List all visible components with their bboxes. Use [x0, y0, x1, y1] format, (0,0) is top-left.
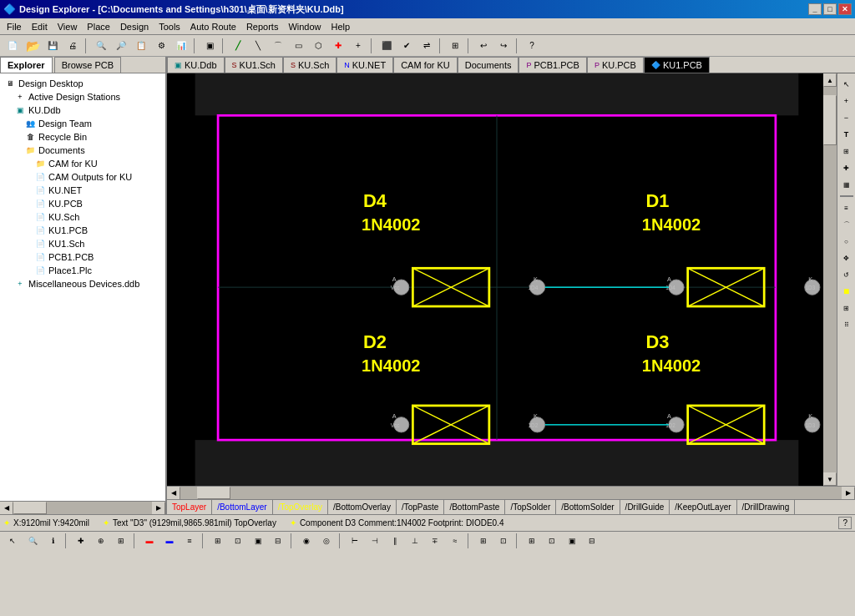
- bt-select[interactable]: ↖: [3, 533, 22, 549]
- tab-pcb1-pcb[interactable]: P PCB1.PCB: [519, 57, 586, 73]
- bt-net5[interactable]: ∓: [426, 533, 444, 549]
- question-icon[interactable]: ?: [838, 517, 852, 529]
- rt-place-comp[interactable]: ⊞: [839, 300, 854, 316]
- tree-design-team[interactable]: 👥 Design Team: [23, 117, 162, 130]
- rt-grid[interactable]: ⊞: [839, 144, 854, 159]
- tb-text[interactable]: +: [349, 38, 367, 54]
- v-scrollbar[interactable]: ▲ ▼: [823, 73, 837, 486]
- tree-misc-devices[interactable]: + Miscellaneous Devices.ddb: [13, 277, 162, 290]
- tree-cam-outputs[interactable]: 📄 CAM Outputs for KU: [33, 170, 162, 184]
- bt-cross3[interactable]: ⊞: [112, 533, 130, 549]
- layer-drillguide[interactable]: /DrillGuide: [620, 500, 670, 514]
- rt-circle[interactable]: ○: [839, 234, 854, 249]
- close-button[interactable]: ✕: [838, 3, 852, 15]
- rt-text[interactable]: T: [839, 127, 854, 142]
- title-controls[interactable]: _ □ ✕: [808, 3, 852, 15]
- layer-toppaste[interactable]: /TopPaste: [397, 500, 444, 514]
- rt-select[interactable]: ↖: [839, 77, 854, 92]
- bt-net1[interactable]: ⊢: [346, 533, 364, 549]
- tb-arc[interactable]: ⌒: [269, 38, 287, 54]
- rt-rotate[interactable]: ↺: [839, 267, 854, 282]
- tb-drc[interactable]: ✔: [397, 38, 416, 54]
- bt-misc4[interactable]: ⊟: [583, 533, 601, 549]
- rt-move[interactable]: ✥: [839, 250, 854, 265]
- tab-explorer[interactable]: Explorer: [0, 57, 53, 73]
- bt-net6[interactable]: ≈: [446, 533, 464, 549]
- layer-bottomlayer[interactable]: /BottomLayer: [212, 500, 272, 514]
- menu-reports[interactable]: Reports: [241, 20, 284, 33]
- bt-layer1[interactable]: ▬: [140, 533, 159, 549]
- rt-zoom-out[interactable]: −: [839, 110, 854, 125]
- bt-zoom[interactable]: 🔍: [23, 533, 42, 549]
- menu-window[interactable]: Window: [283, 20, 326, 33]
- tb-select-all[interactable]: ▣: [200, 38, 219, 54]
- tab-ku1-pcb[interactable]: 🔷 KU1.PCB: [644, 57, 710, 73]
- bt-misc3[interactable]: ▣: [563, 533, 581, 549]
- tree-active-stations[interactable]: + Active Design Stations: [13, 90, 162, 104]
- tree-place1-plc[interactable]: 📄 Place1.Plc: [33, 264, 162, 277]
- tab-ku-pcb[interactable]: P KU.PCB: [587, 57, 644, 73]
- tb-rect[interactable]: ▭: [289, 38, 307, 54]
- rt-cross[interactable]: ✚: [839, 160, 854, 175]
- menu-edit[interactable]: Edit: [27, 20, 53, 33]
- tb-browse[interactable]: 📋: [132, 38, 150, 54]
- layer-topoverlay[interactable]: /TopOverlay: [273, 500, 328, 514]
- bt-comp1[interactable]: ⊞: [209, 533, 227, 549]
- left-panel-scrollbar[interactable]: ◀ ▶: [0, 501, 165, 514]
- bt-misc2[interactable]: ⊡: [543, 533, 561, 549]
- tb-route[interactable]: ⇌: [417, 38, 436, 54]
- tree-design-desktop[interactable]: 🖥 Design Desktop: [3, 77, 162, 90]
- bt-view1[interactable]: ⊞: [474, 533, 493, 549]
- menu-help[interactable]: Help: [326, 20, 356, 33]
- rt-zoom-in[interactable]: +: [839, 93, 854, 109]
- layer-toplayer[interactable]: TopLayer: [167, 500, 212, 514]
- scroll-left-btn[interactable]: ◀: [0, 502, 13, 515]
- layer-keepout[interactable]: /KeepOutLayer: [670, 500, 736, 514]
- bt-pad2[interactable]: ◎: [317, 533, 336, 549]
- layer-bottomoverlay[interactable]: /BottomOverlay: [328, 500, 397, 514]
- tb-undo[interactable]: ↩: [474, 38, 493, 54]
- tb-poly[interactable]: ⬡: [309, 38, 327, 54]
- tree-cam-for-ku[interactable]: 📁 CAM for KU: [33, 157, 162, 170]
- bt-comp4[interactable]: ⊟: [269, 533, 287, 549]
- maximize-button[interactable]: □: [823, 3, 837, 15]
- bt-net4[interactable]: ⊥: [406, 533, 424, 549]
- tb-search1[interactable]: 🔍: [92, 38, 110, 54]
- rt-square[interactable]: ■: [839, 284, 854, 299]
- scroll-thumb[interactable]: [13, 502, 47, 514]
- bt-cross1[interactable]: ✚: [72, 533, 90, 549]
- h-scrollbar[interactable]: ◀ ▶: [167, 486, 855, 499]
- rt-arc[interactable]: ⌒: [839, 217, 854, 232]
- scroll-right-btn[interactable]: ▶: [152, 502, 165, 515]
- tb-report[interactable]: 📊: [172, 38, 190, 54]
- tree-ku1-sch[interactable]: 📄 KU1.Sch: [33, 237, 162, 250]
- tb-help[interactable]: ?: [523, 38, 541, 54]
- pcb-canvas-area[interactable]: D4 1N4002 A Vcc K 1D4: [167, 73, 837, 486]
- h-scroll-thumb[interactable]: [197, 487, 230, 499]
- bt-pad1[interactable]: ◉: [297, 533, 316, 549]
- tree-pcb1-pcb[interactable]: 📄 PCB1.PCB: [33, 250, 162, 264]
- minimize-button[interactable]: _: [808, 3, 822, 15]
- bt-cross2[interactable]: ⊕: [92, 533, 110, 549]
- tb-save[interactable]: 💾: [43, 38, 62, 54]
- tree-ku-net[interactable]: 📄 KU.NET: [33, 184, 162, 197]
- rt-layers[interactable]: ≡: [839, 200, 854, 215]
- v-scroll-thumb[interactable]: [823, 95, 837, 145]
- menu-place[interactable]: Place: [82, 20, 115, 33]
- layer-bottompaste[interactable]: /BottomPaste: [444, 500, 505, 514]
- tb-grid[interactable]: ⊞: [446, 38, 464, 54]
- menu-design[interactable]: Design: [115, 20, 154, 33]
- tree-ku1-pcb[interactable]: 📄 KU1.PCB: [33, 224, 162, 237]
- tree-ku-sch[interactable]: 📄 KU.Sch: [33, 210, 162, 224]
- scroll-up-btn[interactable]: ▲: [823, 73, 837, 87]
- rt-dots[interactable]: ⠿: [839, 317, 854, 332]
- tb-redo[interactable]: ↪: [494, 38, 513, 54]
- tab-browse-pcb[interactable]: Browse PCB: [54, 57, 121, 73]
- bt-net3[interactable]: ∥: [386, 533, 404, 549]
- bt-misc1[interactable]: ⊞: [523, 533, 541, 549]
- bt-net2[interactable]: ⊣: [366, 533, 384, 549]
- menu-autoroute[interactable]: Auto Route: [185, 20, 241, 33]
- scroll-down-btn[interactable]: ▼: [823, 472, 837, 486]
- tab-ku1-sch[interactable]: S KU1.Sch: [225, 57, 283, 73]
- layer-bottomsolder[interactable]: /BottomSolder: [556, 500, 620, 514]
